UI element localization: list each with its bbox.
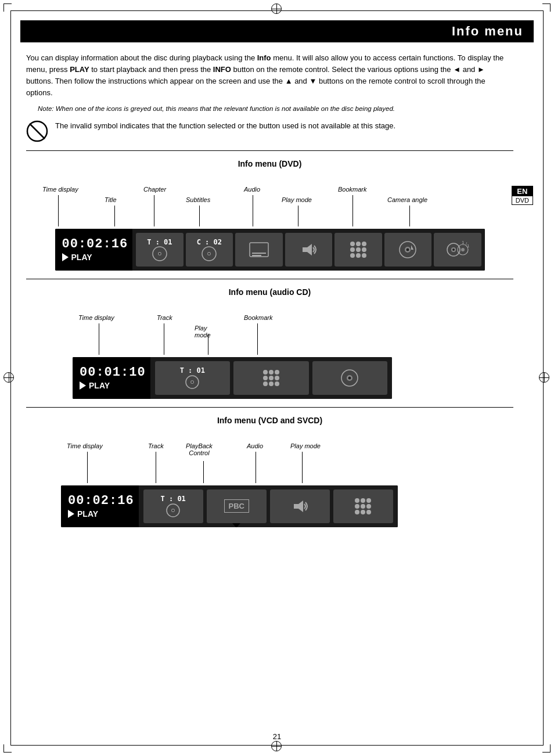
svg-point-40 xyxy=(269,376,274,380)
svg-point-43 xyxy=(269,381,274,386)
svg-point-15 xyxy=(350,247,355,252)
acd-playmode-icon xyxy=(233,361,308,395)
label-time-display-dvd: Time display xyxy=(42,186,78,193)
vcd-menu-diagram: Info menu (VCD and SVCD) Time display Tr… xyxy=(26,416,513,527)
label-bookmark-dvd: Bookmark xyxy=(338,186,367,193)
svg-line-1 xyxy=(30,124,45,139)
label-track-acd: Track xyxy=(157,314,172,321)
dvd-icons-section: T : 01 C : 02 xyxy=(132,229,484,271)
label-time-display-vcd: Time display xyxy=(67,442,103,449)
svg-text:1: 1 xyxy=(467,243,470,249)
svg-point-55 xyxy=(366,498,371,503)
vcd-audio-icon xyxy=(270,489,330,523)
main-content: You can display information about the di… xyxy=(26,52,513,535)
time-display-vcd: 00:02:16 xyxy=(68,494,134,508)
svg-rect-8 xyxy=(250,243,268,257)
playmode-svg xyxy=(348,239,369,260)
svg-point-7 xyxy=(208,253,210,254)
play-triangle-vcd xyxy=(68,510,74,518)
svg-point-23 xyxy=(406,248,409,251)
svg-point-12 xyxy=(350,242,355,246)
dvd-audio-icon xyxy=(285,233,332,267)
dvd-playmode-icon xyxy=(334,233,382,267)
dvd-display-bar: 00:02:16 PLAY T : 01 xyxy=(55,229,485,271)
no-entry-icon xyxy=(26,120,48,142)
svg-point-13 xyxy=(356,242,361,246)
play-indicator-vcd: PLAY xyxy=(68,509,98,519)
disc-icon-t01 xyxy=(150,246,169,261)
svg-marker-24 xyxy=(411,245,413,250)
bookmark-acd-svg xyxy=(339,368,360,388)
svg-text:1: 1 xyxy=(462,240,465,245)
play-label-dvd: PLAY xyxy=(71,253,92,262)
disc-icon-c02 xyxy=(200,246,218,261)
vcd-section-title: Info menu (VCD and SVCD) xyxy=(26,416,513,425)
label-subtitles-dvd: Subtitles xyxy=(186,196,210,203)
time-section-dvd: 00:02:16 PLAY xyxy=(55,229,133,271)
dvd-camera-icon: 1 / 1 xyxy=(434,233,481,267)
svg-point-18 xyxy=(350,253,355,258)
language-dvd: DVD xyxy=(512,196,533,204)
pbc-label: PBC xyxy=(224,499,249,513)
label-title-dvd: Title xyxy=(105,196,117,203)
vcd-track-icon: T : 01 xyxy=(143,489,203,523)
svg-point-57 xyxy=(361,504,365,509)
crop-mark-tl xyxy=(3,3,12,12)
svg-point-16 xyxy=(356,247,361,252)
disc-icon-acd xyxy=(183,375,202,390)
svg-point-19 xyxy=(356,253,361,258)
crop-mark-br xyxy=(542,744,551,753)
bookmark-svg xyxy=(397,239,418,260)
crop-mark-tr xyxy=(542,3,551,12)
divider-3 xyxy=(26,407,513,408)
crop-mark-bl xyxy=(3,744,12,753)
play-triangle-acd xyxy=(80,381,86,390)
svg-point-58 xyxy=(366,504,371,509)
acd-icons-section: T : 01 xyxy=(150,357,392,399)
svg-point-60 xyxy=(361,510,365,514)
subtitles-svg xyxy=(249,242,269,258)
acd-track-icon: T : 01 xyxy=(155,361,230,395)
svg-marker-11 xyxy=(303,244,312,255)
svg-point-17 xyxy=(362,247,366,252)
playmode-acd-svg xyxy=(261,368,282,388)
intro-paragraph: You can display information about the di… xyxy=(26,52,513,99)
label-camera-dvd: Camera angle xyxy=(387,196,427,203)
svg-point-42 xyxy=(263,381,268,386)
note-text: Note: When one of the icons is greyed ou… xyxy=(38,104,513,113)
reg-mark-top xyxy=(271,3,283,15)
symbol-note: The invalid symbol indicates that the fu… xyxy=(26,119,513,142)
label-audio-dvd: Audio xyxy=(244,186,260,193)
play-label-vcd: PLAY xyxy=(77,509,98,519)
svg-point-20 xyxy=(362,253,366,258)
label-track-vcd: Track xyxy=(148,442,164,449)
label-playmode-vcd: Play mode xyxy=(290,442,321,449)
vcd-playmode-icon xyxy=(333,489,393,523)
svg-point-36 xyxy=(263,370,268,375)
label-time-display-acd: Time display xyxy=(78,314,114,321)
time-display-dvd: 00:02:16 xyxy=(62,237,128,251)
dvd-title-icon: T : 01 xyxy=(136,233,183,267)
svg-point-4 xyxy=(159,253,160,254)
label-chapter-dvd: Chapter xyxy=(143,186,166,193)
time-display-acd: 00:01:10 xyxy=(80,365,146,380)
play-indicator-acd: PLAY xyxy=(80,381,110,390)
dvd-subtitles-icon xyxy=(235,233,282,267)
dvd-menu-diagram: Info menu (DVD) Time display Title Chapt… xyxy=(26,159,513,271)
svg-point-47 xyxy=(348,376,351,379)
svg-point-56 xyxy=(355,504,359,509)
dvd-bookmark-icon xyxy=(384,233,431,267)
reg-mark-bottom xyxy=(271,741,283,753)
audio-vcd-svg xyxy=(289,496,310,517)
vcd-icons-section: T : 01 PBC xyxy=(139,485,398,527)
svg-marker-52 xyxy=(294,501,303,512)
play-indicator-dvd: PLAY xyxy=(62,253,92,262)
svg-point-50 xyxy=(172,509,174,511)
divider-2 xyxy=(26,279,513,279)
svg-point-39 xyxy=(263,376,268,380)
label-audio-vcd: Audio xyxy=(247,442,263,449)
vcd-display-bar: 00:02:16 PLAY T : 01 xyxy=(61,485,398,527)
audio-cd-menu-diagram: Info menu (audio CD) Time display Track … xyxy=(26,287,513,399)
vcd-track-label: T : 01 xyxy=(160,495,185,503)
play-triangle-dvd xyxy=(62,253,69,261)
